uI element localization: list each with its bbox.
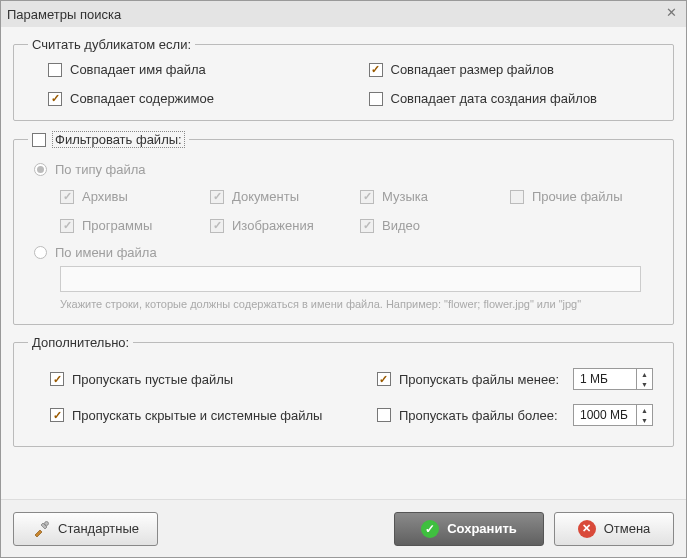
filetype-programs-label: Программы (82, 218, 152, 233)
save-button-label: Сохранить (447, 521, 517, 536)
skip-less-row[interactable]: Пропускать файлы менее: (377, 372, 559, 387)
duplicate-criteria-legend: Считать дубликатом если: (28, 37, 195, 52)
filetype-archives-row[interactable]: Архивы (60, 189, 210, 204)
match-content-row[interactable]: Совпадает содержимое (28, 91, 339, 106)
filetype-music-row[interactable]: Музыка (360, 189, 510, 204)
additional-group: Дополнительно: Пропускать пустые файлы П… (13, 335, 674, 447)
tools-icon (32, 520, 50, 538)
spin-up-icon[interactable]: ▲ (637, 405, 652, 415)
match-date-label: Совпадает дата создания файлов (391, 91, 598, 106)
spin-down-icon[interactable]: ▼ (637, 379, 652, 389)
svg-point-0 (45, 521, 49, 525)
footer: Стандартные ✓ Сохранить ✕ Отмена (1, 499, 686, 557)
spin-down-icon[interactable]: ▼ (637, 415, 652, 425)
close-icon[interactable]: ✕ (662, 3, 680, 21)
match-name-row[interactable]: Совпадает имя файла (28, 62, 339, 77)
by-name-label: По имени файла (55, 245, 157, 260)
skip-empty-label: Пропускать пустые файлы (72, 372, 233, 387)
skip-empty-checkbox[interactable] (50, 372, 64, 386)
filetype-documents-label: Документы (232, 189, 299, 204)
filetype-other-row[interactable]: Прочие файлы (510, 189, 655, 204)
filetype-music-label: Музыка (382, 189, 428, 204)
match-date-row[interactable]: Совпадает дата создания файлов (349, 91, 660, 106)
match-name-label: Совпадает имя файла (70, 62, 206, 77)
skip-more-label: Пропускать файлы более: (399, 408, 558, 423)
filetype-other-label: Прочие файлы (532, 189, 623, 204)
spin-up-icon[interactable]: ▲ (637, 369, 652, 379)
filetype-other-checkbox[interactable] (510, 190, 524, 204)
match-date-checkbox[interactable] (369, 92, 383, 106)
filetype-programs-checkbox[interactable] (60, 219, 74, 233)
match-size-checkbox[interactable] (369, 63, 383, 77)
content-area: Считать дубликатом если: Совпадает имя ф… (1, 27, 686, 499)
titlebar: Параметры поиска ✕ (1, 1, 686, 27)
dialog-window: Параметры поиска ✕ Считать дубликатом ес… (0, 0, 687, 558)
check-icon: ✓ (421, 520, 439, 538)
skip-hidden-label: Пропускать скрытые и системные файлы (72, 408, 322, 423)
by-type-row[interactable]: По типу файла (34, 162, 655, 177)
filetype-archives-checkbox[interactable] (60, 190, 74, 204)
save-button[interactable]: ✓ Сохранить (394, 512, 544, 546)
skip-hidden-row[interactable]: Пропускать скрытые и системные файлы (50, 408, 363, 423)
by-type-label: По типу файла (55, 162, 146, 177)
skip-less-spinner[interactable]: 1 МБ ▲ ▼ (573, 368, 653, 390)
skip-more-checkbox[interactable] (377, 408, 391, 422)
skip-empty-row[interactable]: Пропускать пустые файлы (50, 372, 363, 387)
close-circle-icon: ✕ (578, 520, 596, 538)
filetype-documents-checkbox[interactable] (210, 190, 224, 204)
filetype-music-checkbox[interactable] (360, 190, 374, 204)
skip-less-label: Пропускать файлы менее: (399, 372, 559, 387)
match-name-checkbox[interactable] (48, 63, 62, 77)
by-type-radio[interactable] (34, 163, 47, 176)
skip-hidden-checkbox[interactable] (50, 408, 64, 422)
cancel-button-label: Отмена (604, 521, 651, 536)
filetype-images-label: Изображения (232, 218, 314, 233)
by-name-row[interactable]: По имени файла (34, 245, 655, 260)
filetype-documents-row[interactable]: Документы (210, 189, 360, 204)
filetype-images-checkbox[interactable] (210, 219, 224, 233)
defaults-button[interactable]: Стандартные (13, 512, 158, 546)
match-content-checkbox[interactable] (48, 92, 62, 106)
defaults-button-label: Стандартные (58, 521, 139, 536)
skip-less-value: 1 МБ (574, 372, 636, 386)
window-title: Параметры поиска (7, 7, 121, 22)
by-name-radio[interactable] (34, 246, 47, 259)
match-content-label: Совпадает содержимое (70, 91, 214, 106)
filetype-video-row[interactable]: Видео (360, 218, 510, 233)
filter-files-legend-text: Фильтровать файлы: (52, 131, 185, 148)
cancel-button[interactable]: ✕ Отмена (554, 512, 674, 546)
additional-legend: Дополнительно: (28, 335, 133, 350)
filetype-images-row[interactable]: Изображения (210, 218, 360, 233)
match-size-row[interactable]: Совпадает размер файлов (349, 62, 660, 77)
filter-files-legend: Фильтровать файлы: (28, 131, 189, 148)
filter-files-group: Фильтровать файлы: По типу файла Архивы … (13, 131, 674, 325)
skip-more-spinner[interactable]: 1000 МБ ▲ ▼ (573, 404, 653, 426)
skip-less-checkbox[interactable] (377, 372, 391, 386)
filename-hint: Укажите строки, которые должны содержать… (60, 298, 655, 310)
filetype-video-label: Видео (382, 218, 420, 233)
match-size-label: Совпадает размер файлов (391, 62, 554, 77)
duplicate-criteria-group: Считать дубликатом если: Совпадает имя ф… (13, 37, 674, 121)
filter-enable-checkbox[interactable] (32, 133, 46, 147)
skip-more-value: 1000 МБ (574, 408, 636, 422)
filetype-archives-label: Архивы (82, 189, 128, 204)
skip-more-row[interactable]: Пропускать файлы более: (377, 408, 559, 423)
filename-input[interactable] (60, 266, 641, 292)
filetype-video-checkbox[interactable] (360, 219, 374, 233)
filetype-programs-row[interactable]: Программы (60, 218, 210, 233)
